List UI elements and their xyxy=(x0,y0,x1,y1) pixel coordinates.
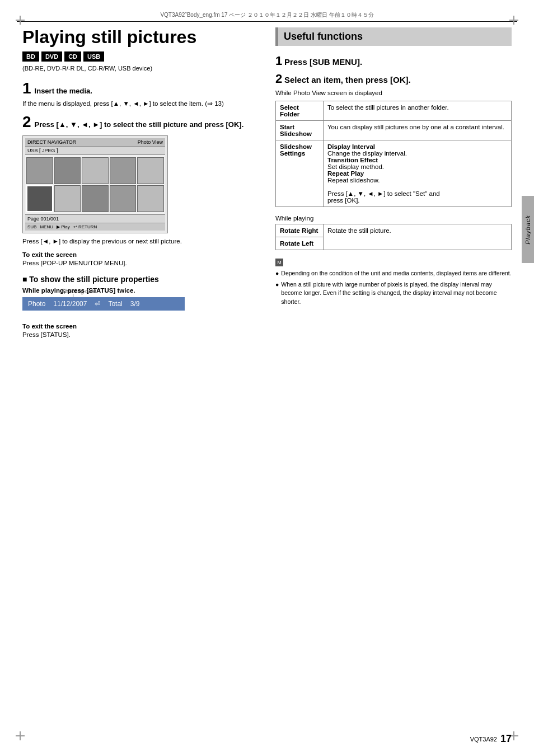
start-slideshow-value: You can display still pictures one by on… xyxy=(324,121,512,140)
badge-dvd: DVD xyxy=(41,51,62,62)
thumb-8 xyxy=(82,185,109,212)
thumb-5 xyxy=(137,157,164,184)
right-step2-subtext: While Photo View screen is displayed xyxy=(275,90,512,96)
screen-page-label: Page 001/001 xyxy=(27,216,59,222)
exit-label-1: To exit the screen xyxy=(22,251,77,258)
screen-path: USB [ JPEG ] xyxy=(25,147,165,155)
photo-status-container: Shooting date Photo 11/12/2007 ⏎ Total 3… xyxy=(22,297,259,311)
slideshow-settings-label: SlideshowSettings xyxy=(276,140,324,207)
note-item-2: ● When a still picture with large number… xyxy=(275,280,512,307)
rotate-left-label: Rotate Left xyxy=(276,237,324,250)
note-bullet-1: ● xyxy=(275,269,279,278)
table-row-start-slideshow: StartSlideshow You can display still pic… xyxy=(276,121,512,140)
page-footer: VQT3A92 17 xyxy=(470,733,512,745)
right-step1: 1 Press [SUB MENU]. xyxy=(275,54,512,68)
step2: 2 Press [▲, ▼, ◄, ►] to select the still… xyxy=(22,113,259,266)
section-heading: To show the still picture properties xyxy=(22,275,259,284)
format-badges: BD DVD CD USB xyxy=(22,51,259,62)
note-text-2: When a still picture with large number o… xyxy=(281,280,512,307)
photo-label: Photo xyxy=(28,300,45,308)
thumb-7 xyxy=(54,185,81,212)
note-text-1: Depending on the condition of the unit a… xyxy=(281,269,512,278)
vqt-code: VQT3A92 xyxy=(470,736,497,743)
right-step2: 2 Select an item, then press [OK]. xyxy=(275,72,512,86)
thumb-3 xyxy=(82,157,109,184)
step2-number: 2 xyxy=(22,113,31,131)
playing-table: Rotate Right Rotate the still picture. R… xyxy=(275,224,512,250)
screen-grid xyxy=(25,155,165,214)
total-icon: ⏎ xyxy=(95,300,100,308)
corner-mark-tl xyxy=(16,16,25,25)
repeat-play-title: Repeat Play xyxy=(327,170,364,177)
screen-ctrl-return: ↩ RETURN xyxy=(73,224,97,229)
left-column: Playing still pictures BD DVD CD USB (BD… xyxy=(22,27,259,343)
screen-ctrl-sub: SUB xyxy=(27,224,36,229)
screen-nav-right: Photo View xyxy=(138,139,163,145)
right-step2-text: Select an item, then press [OK]. xyxy=(284,75,411,84)
info-table: SelectFolder To select the still picture… xyxy=(275,101,512,207)
badge-usb: USB xyxy=(83,51,104,62)
press-note: Press [◄, ►] to display the previous or … xyxy=(22,238,259,245)
photo-date: 11/12/2007 xyxy=(53,300,87,308)
notes-section: M ● Depending on the condition of the un… xyxy=(275,258,512,307)
step1-body: If the menu is displayed, press [▲, ▼, ◄… xyxy=(22,99,259,109)
subtitle: (BD-RE, DVD-R/-R DL, CD-R/RW, USB device… xyxy=(22,65,259,72)
page-number: 17 xyxy=(500,733,512,745)
rotate-right-label: Rotate Right xyxy=(276,224,324,237)
display-interval-desc: Change the display interval. xyxy=(327,150,407,157)
playback-tab-container: Playback xyxy=(522,196,534,263)
note-bullet-2: ● xyxy=(275,280,279,307)
thumb-9 xyxy=(110,185,137,212)
useful-functions-heading: Useful functions xyxy=(275,27,512,46)
right-step1-text: Press [SUB MENU]. xyxy=(284,57,362,67)
slideshow-settings-value: Display Interval Change the display inte… xyxy=(324,140,512,207)
start-slideshow-label: StartSlideshow xyxy=(276,121,324,140)
exit-section-1: To exit the screen Press [POP-UP MENU/TO… xyxy=(22,250,259,267)
corner-mark-bl xyxy=(16,731,25,740)
shooting-date-label: Shooting date xyxy=(62,288,96,294)
page-container: VQT3A92˜Body_eng.fm 17 ページ ２０１０年１２月２２日 水… xyxy=(0,0,534,756)
screen-footer: Page 001/001 xyxy=(25,214,165,223)
badge-bd: BD xyxy=(22,51,39,62)
table-row-rotate-right: Rotate Right Rotate the still picture. xyxy=(276,224,512,237)
while-playing-label: While playing xyxy=(275,215,512,222)
step1-heading: Insert the media. xyxy=(35,87,92,95)
transition-effect-title: Transition Effect xyxy=(327,157,378,163)
screen-controls: SUB MENU ▶ Play ↩ RETURN xyxy=(25,223,165,231)
total-fraction: 3/9 xyxy=(130,300,140,308)
repeat-play-desc: Repeat slideshow. xyxy=(327,177,380,184)
thumb-10 xyxy=(137,185,164,212)
header-line: VQT3A92˜Body_eng.fm 17 ページ ２０１０年１２月２２日 水… xyxy=(17,11,517,22)
rotate-value: Rotate the still picture. xyxy=(324,224,512,250)
exit-section-2: To exit the screen Press [STATUS]. xyxy=(22,322,259,339)
right-step1-number: 1 xyxy=(275,54,282,68)
slideshow-press-note: Press [▲, ▼, ◄, ►] to select "Set" andpr… xyxy=(327,190,440,204)
screen-nav-left: DIRECT NAVIGATOR xyxy=(27,139,76,145)
screen-ctrl-menu: MENU xyxy=(40,224,53,229)
step1-number: 1 xyxy=(22,79,31,97)
exit-value-2: Press [STATUS]. xyxy=(22,331,71,338)
thumb-6 xyxy=(26,185,53,212)
main-content: Playing still pictures BD DVD CD USB (BD… xyxy=(17,27,517,343)
photo-status-bar: Photo 11/12/2007 ⏎ Total 3/9 xyxy=(22,297,185,311)
screen-nav-bar: DIRECT NAVIGATOR Photo View xyxy=(25,138,165,147)
total-label: Total xyxy=(108,300,122,308)
right-step2-number: 2 xyxy=(275,72,282,86)
exit-value-1: Press [POP-UP MENU/TOP MENU]. xyxy=(22,260,127,266)
table-row-slideshow-settings: SlideshowSettings Display Interval Chang… xyxy=(276,140,512,207)
thumb-2 xyxy=(54,157,81,184)
still-properties-subheading: While playing, press [STATUS] twice. xyxy=(22,287,259,294)
right-column: Useful functions 1 Press [SUB MENU]. 2 S… xyxy=(275,27,512,343)
step2-heading: Press [▲, ▼, ◄, ►] to select the still p… xyxy=(35,120,244,129)
select-folder-value: To select the still pictures in another … xyxy=(324,101,512,121)
exit-label-2: To exit the screen xyxy=(22,323,77,330)
thumb-1 xyxy=(26,157,53,184)
note-item-1: ● Depending on the condition of the unit… xyxy=(275,269,512,278)
corner-mark-tr xyxy=(509,16,518,25)
badge-cd: CD xyxy=(64,51,81,62)
screen-mockup: DIRECT NAVIGATOR Photo View USB [ JPEG ] xyxy=(22,135,168,233)
select-folder-label: SelectFolder xyxy=(276,101,324,121)
table-row-select-folder: SelectFolder To select the still picture… xyxy=(276,101,512,121)
screen-ctrl-play: ▶ Play xyxy=(57,224,70,229)
note-icon: M xyxy=(275,259,283,266)
